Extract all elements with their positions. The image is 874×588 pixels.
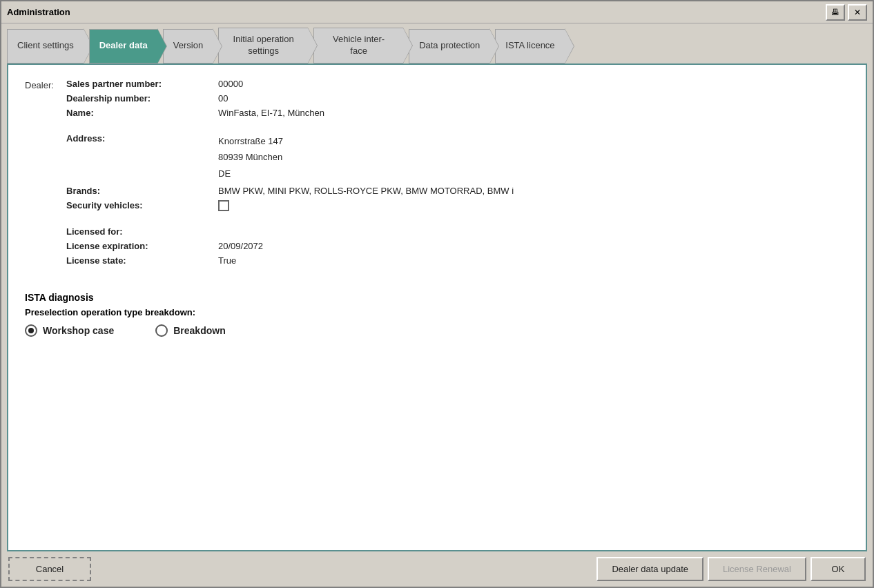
address-row: Address: Knorrstraße 147 80939 München D… — [66, 133, 849, 182]
content-area: Dealer: Sales partner number: 00000 Deal… — [7, 63, 867, 551]
name-label: Name: — [66, 108, 218, 118]
license-state-row: License state: True — [66, 255, 849, 266]
tab-ista-licence-label: ISTA licence — [505, 40, 554, 52]
window-title: Administration — [7, 7, 70, 17]
tab-dealer-data-label: Dealer data — [99, 40, 148, 52]
bottom-left: Cancel — [8, 557, 91, 581]
radio-workshop-case[interactable]: Workshop case — [25, 324, 114, 337]
tab-client-settings-label: Client settings — [17, 40, 74, 52]
security-vehicles-checkbox[interactable] — [218, 200, 229, 211]
radio-workshop-outer — [25, 324, 37, 337]
license-state-value: True — [218, 255, 236, 266]
license-expiration-value: 20/09/2072 — [218, 241, 263, 251]
dealership-number-value: 00 — [218, 93, 228, 104]
tab-version[interactable]: Version — [163, 29, 213, 63]
main-window: Administration 🖶 ✕ Client settings Deale… — [0, 0, 874, 588]
brands-label: Brands: — [66, 186, 218, 196]
radio-breakdown-label: Breakdown — [173, 325, 225, 336]
dealer-fields: Sales partner number: 00000 Dealership n… — [66, 79, 849, 270]
tab-data-protection[interactable]: Data protection — [409, 29, 489, 63]
title-button-group: 🖶 ✕ — [826, 4, 867, 21]
dealer-data-update-button[interactable]: Dealer data update — [596, 557, 703, 581]
sales-partner-row: Sales partner number: 00000 — [66, 79, 849, 89]
licensed-for-row: Licensed for: — [66, 226, 849, 237]
ista-diagnosis-section: ISTA diagnosis Preselection operation ty… — [25, 286, 849, 337]
dealer-section-label: Dealer: — [25, 79, 66, 270]
tabs-bar: Client settings Dealer data Version Init… — [1, 23, 873, 63]
address-block: Knorrstraße 147 80939 München DE — [218, 133, 283, 182]
licensed-for-label: Licensed for: — [66, 226, 218, 237]
tab-dealer-data[interactable]: Dealer data — [89, 29, 157, 63]
ok-button[interactable]: OK — [810, 557, 866, 581]
license-expiration-row: License expiration: 20/09/2072 — [66, 241, 849, 251]
license-state-label: License state: — [66, 255, 218, 266]
preselection-label: Preselection operation type breakdown: — [25, 307, 849, 317]
sales-partner-label: Sales partner number: — [66, 79, 218, 89]
tab-client-settings[interactable]: Client settings — [7, 29, 84, 63]
sales-partner-value: 00000 — [218, 79, 243, 89]
license-expiration-label: License expiration: — [66, 241, 218, 251]
brands-row: Brands: BMW PKW, MINI PKW, ROLLS-ROYCE P… — [66, 186, 849, 196]
tab-ista-licence[interactable]: ISTA licence — [495, 29, 564, 63]
security-vehicles-row: Security vehicles: — [66, 200, 849, 211]
radio-breakdown[interactable]: Breakdown — [155, 324, 225, 337]
security-vehicles-checkbox-wrapper[interactable] — [218, 200, 229, 211]
license-renewal-button[interactable]: License Renewal — [708, 557, 806, 581]
bottom-bar: Cancel Dealer data update License Renewa… — [1, 551, 873, 587]
tab-vehicle-interface[interactable]: Vehicle inter- face — [313, 28, 403, 63]
address-line-1: Knorrstraße 147 — [218, 133, 283, 149]
title-bar: Administration 🖶 ✕ — [1, 1, 873, 23]
ista-diagnosis-title: ISTA diagnosis — [25, 292, 849, 303]
radio-breakdown-outer — [155, 324, 168, 337]
address-line-2: 80939 München — [218, 149, 283, 165]
tab-vehicle-interface-label: Vehicle inter- face — [324, 34, 394, 57]
radio-group: Workshop case Breakdown — [25, 324, 849, 337]
name-row: Name: WinFasta, EI-71, München — [66, 108, 849, 118]
close-icon: ✕ — [854, 8, 861, 17]
radio-workshop-inner — [28, 328, 34, 333]
bottom-right: Dealer data update License Renewal OK — [596, 557, 866, 581]
tab-data-protection-label: Data protection — [419, 40, 480, 52]
tab-initial-operation-label: Initial operation settings — [229, 34, 298, 57]
cancel-button[interactable]: Cancel — [8, 557, 91, 581]
close-button[interactable]: ✕ — [848, 4, 867, 21]
address-label: Address: — [66, 133, 218, 144]
tab-version-label: Version — [173, 40, 203, 52]
name-value: WinFasta, EI-71, München — [218, 108, 324, 118]
address-line-3: DE — [218, 166, 283, 182]
dealership-number-label: Dealership number: — [66, 93, 218, 104]
print-button[interactable]: 🖶 — [826, 4, 845, 21]
dealer-section: Dealer: Sales partner number: 00000 Deal… — [25, 79, 849, 270]
dealership-number-row: Dealership number: 00 — [66, 93, 849, 104]
security-vehicles-label: Security vehicles: — [66, 200, 218, 210]
tab-initial-operation[interactable]: Initial operation settings — [218, 28, 308, 63]
radio-workshop-label: Workshop case — [43, 325, 114, 336]
print-icon: 🖶 — [831, 8, 839, 17]
brands-value: BMW PKW, MINI PKW, ROLLS-ROYCE PKW, BMW … — [218, 186, 514, 196]
